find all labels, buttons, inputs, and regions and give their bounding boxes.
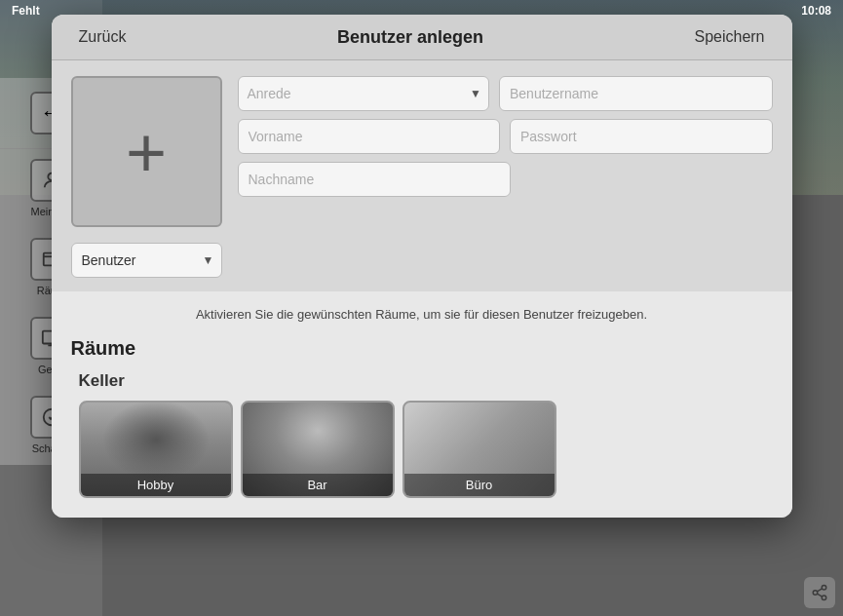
modal-header: Zurück Benutzer anlegen Speichern [52,15,792,60]
modal-save-button[interactable]: Speichern [686,24,772,50]
room-buero-label: Büro [404,474,555,496]
modal-overlay: Zurück Benutzer anlegen Speichern + Herr… [0,0,843,616]
passwort-input[interactable] [510,119,773,154]
room-hobby-label: Hobby [81,474,231,496]
vorname-input[interactable] [238,119,501,154]
rooms-instruction-text: Aktivieren Sie die gewünschten Räume, um… [71,307,773,322]
wifi-status: Fehlt [12,4,40,18]
user-type-select[interactable]: Benutzer Administrator Gast [71,243,222,278]
rooms-section-title: Räume [71,337,773,360]
anrede-select[interactable]: Herr Frau Divers [238,76,490,111]
nachname-input[interactable] [238,162,512,197]
user-type-select-wrapper: Benutzer Administrator Gast ▼ [71,243,222,278]
room-card-bar[interactable]: Bar [241,401,395,498]
room-bar-label: Bar [243,474,393,496]
keller-group-title: Keller [79,371,773,391]
avatar-upload-box[interactable]: + [71,76,222,227]
modal-rooms-section: Aktivieren Sie die gewünschten Räume, um… [52,291,792,518]
time-display: 10:08 [801,4,831,18]
user-type-row: Benutzer Administrator Gast ▼ [52,243,792,291]
room-cards-container: Hobby Bar Büro [71,401,773,498]
form-fields: Herr Frau Divers ▼ Anrede [238,76,773,197]
benutzername-input[interactable] [499,76,773,111]
status-bar: Fehlt 10:08 [0,0,843,21]
form-row-nachname [238,162,773,197]
modal-title: Benutzer anlegen [134,27,686,48]
add-photo-icon: + [126,117,167,187]
anrede-select-wrapper: Herr Frau Divers ▼ Anrede [238,76,490,111]
form-row-anrede-benutzername: Herr Frau Divers ▼ Anrede [238,76,773,111]
modal-create-user: Zurück Benutzer anlegen Speichern + Herr… [52,15,792,518]
room-card-buero[interactable]: Büro [402,401,556,498]
form-row-vorname-passwort [238,119,773,154]
room-card-hobby[interactable]: Hobby [79,401,233,498]
modal-form-area: + Herr Frau Divers ▼ Anrede [52,60,792,243]
modal-back-button[interactable]: Zurück [71,24,134,50]
